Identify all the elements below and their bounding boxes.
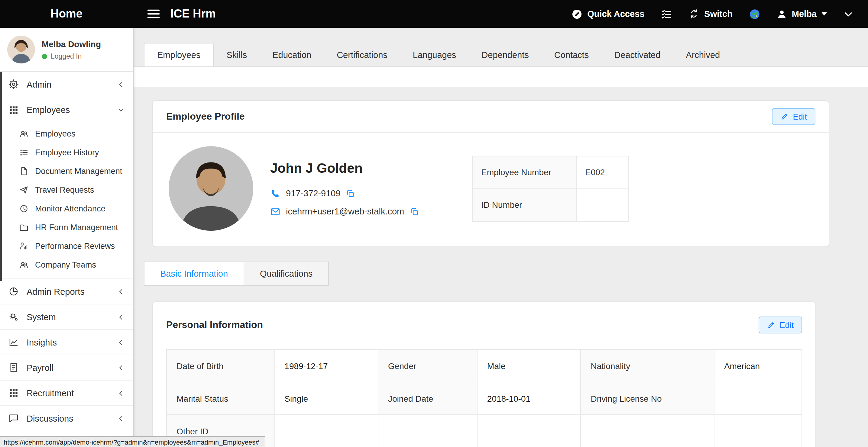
card-title: Employee Profile (166, 111, 245, 122)
sidebar-section-insights[interactable]: Insights (0, 330, 133, 355)
chevron-down-icon (117, 106, 125, 114)
table-row: ID Number (472, 188, 628, 221)
subtab-basic-information[interactable]: Basic Information (144, 261, 244, 286)
sidebar-section-admin[interactable]: Admin (0, 72, 133, 97)
sidebar-section-label: Recruitment (27, 388, 74, 398)
sidebar-item-travel-requests[interactable]: Travel Requests (0, 181, 133, 199)
tab-education[interactable]: Education (259, 43, 324, 66)
sidebar-item-label: Employee History (35, 148, 99, 157)
field-label: Joined Date (378, 382, 477, 415)
sidebar-item-document-management[interactable]: Document Management (0, 162, 133, 181)
sidebar-item-hr-form-management[interactable]: HR Form Management (0, 218, 133, 237)
browser-status-bar: https://icehrm.com/app/demo-icehrm/?g=ad… (0, 436, 266, 447)
tab-dependents[interactable]: Dependents (469, 43, 541, 66)
field-value: 1989-12-17 (274, 349, 378, 382)
users-icon (19, 129, 28, 138)
card-title: Personal Information (166, 320, 263, 330)
tab-certifications[interactable]: Certifications (324, 43, 400, 66)
topbar: Home ICE Hrm Quick Access Switch (0, 0, 868, 28)
detail-subtabs: Basic Information Qualifications (144, 261, 868, 286)
personal-information-card: Personal Information Edit Date of Birth (152, 301, 816, 447)
copy-icon[interactable] (346, 189, 355, 198)
performance-icon (19, 242, 28, 251)
sidebar: Melba Dowling Logged In Admin (0, 28, 133, 447)
sidebar-item-label: HR Form Management (35, 223, 118, 232)
tab-languages[interactable]: Languages (400, 43, 469, 66)
collapse-topbar-chevron-icon[interactable] (843, 9, 854, 19)
field-value (378, 415, 477, 447)
app-window: Home ICE Hrm Quick Access Switch (0, 0, 868, 447)
tab-content-strip (133, 66, 868, 87)
grid-icon (8, 388, 19, 398)
comments-icon (8, 413, 19, 423)
field-label: ID Number (472, 188, 576, 221)
subtab-qualifications[interactable]: Qualifications (244, 261, 329, 286)
sidebar-item-company-teams[interactable]: Company Teams (0, 256, 133, 274)
pencil-icon (767, 321, 775, 329)
tab-deactivated[interactable]: Deactivated (601, 43, 673, 66)
helm-icon (8, 79, 19, 89)
sidebar-section-label: Discussions (27, 413, 73, 423)
edit-personal-button[interactable]: Edit (758, 317, 802, 333)
employee-photo (168, 146, 253, 231)
sidebar-section-admin-reports[interactable]: Admin Reports (0, 279, 133, 305)
sidebar-section-payroll[interactable]: Payroll (0, 355, 133, 381)
field-value (581, 415, 714, 447)
hamburger-menu-icon[interactable] (146, 7, 161, 21)
user-menu[interactable]: Melba (777, 9, 827, 19)
sidebar-section-system[interactable]: System (0, 305, 133, 330)
sidebar-item-label: Monitor Attendance (35, 204, 105, 213)
grid-icon (8, 105, 19, 115)
field-value (576, 188, 628, 221)
table-row: Employee Number E002 (472, 156, 628, 188)
sidebar-section-label: Payroll (27, 363, 54, 373)
field-label: Driving License No (581, 382, 714, 415)
employee-phone[interactable]: 917-372-9109 (286, 188, 341, 198)
quick-access-label: Quick Access (587, 9, 644, 19)
online-status-dot (42, 54, 47, 59)
sidebar-section-label: System (27, 312, 56, 322)
switch-button[interactable]: Switch (688, 8, 732, 19)
sidebar-section-employees[interactable]: Employees (0, 97, 133, 123)
field-label: Employee Number (472, 156, 576, 188)
tab-employees[interactable]: Employees (144, 43, 214, 66)
language-globe-icon[interactable] (749, 8, 761, 20)
field-value: Male (477, 349, 581, 382)
gears-icon (8, 312, 19, 322)
personal-information-table: Date of Birth 1989-12-17 Gender Male Nat… (166, 349, 802, 447)
field-value: Single (274, 382, 378, 415)
tab-contacts[interactable]: Contacts (541, 43, 601, 66)
copy-icon[interactable] (409, 207, 418, 216)
user-avatar (7, 36, 35, 63)
chevron-left-icon (117, 339, 125, 346)
envelope-icon (270, 206, 280, 217)
sidebar-section-label: Admin (27, 79, 51, 89)
line-chart-icon (8, 337, 19, 347)
folder-icon (19, 223, 28, 232)
chevron-left-icon (117, 389, 125, 396)
quick-access-button[interactable]: Quick Access (571, 8, 644, 20)
task-list-icon[interactable] (661, 8, 672, 20)
topbar-actions: Quick Access Switch Melba (571, 8, 868, 20)
sidebar-section-discussions[interactable]: Discussions (0, 406, 133, 431)
login-status: Logged In (42, 53, 101, 60)
home-link[interactable]: Home (0, 7, 133, 21)
edit-profile-button[interactable]: Edit (772, 108, 815, 125)
sidebar-scrollbar[interactable] (0, 72, 2, 281)
sidebar-item-label: Document Management (35, 167, 122, 176)
tab-skills[interactable]: Skills (214, 43, 259, 66)
sidebar-user-name: Melba Dowling (42, 39, 101, 49)
employee-email[interactable]: icehrm+user1@web-stalk.com (286, 206, 404, 216)
sidebar-item-monitor-attendance[interactable]: Monitor Attendance (0, 199, 133, 218)
sidebar-item-employee-history[interactable]: Employee History (0, 143, 133, 162)
sidebar-section-recruitment[interactable]: Recruitment (0, 381, 133, 406)
tab-archived[interactable]: Archived (673, 43, 733, 66)
switch-icon (688, 8, 700, 19)
employee-name: John J Golden (270, 160, 447, 176)
status-url: https://icehrm.com/app/demo-icehrm/?g=ad… (4, 438, 259, 446)
sidebar-user-profile[interactable]: Melba Dowling Logged In (0, 28, 133, 72)
pencil-icon (780, 113, 788, 121)
field-value: American (714, 349, 802, 382)
sidebar-item-employees[interactable]: Employees (0, 124, 133, 143)
sidebar-item-performance-reviews[interactable]: Performance Reviews (0, 237, 133, 256)
